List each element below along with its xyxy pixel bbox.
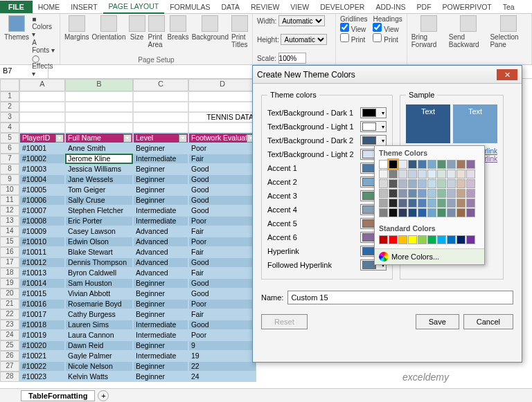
filter-dropdown-icon[interactable]: ▾ [123,134,132,143]
color-swatch[interactable] [447,179,456,188]
cell[interactable]: #10001 [19,143,65,154]
color-swatch[interactable] [447,189,456,198]
cell[interactable]: Good [188,164,256,174]
cell[interactable]: Kelvin Watts [65,372,133,382]
cell[interactable]: Advanced [133,226,188,237]
tab-pdf[interactable]: PDF [411,1,437,13]
table-header[interactable]: Level▾ [133,133,188,143]
color-swatch[interactable] [466,199,475,208]
cell[interactable]: Blake Stewart [65,247,133,257]
cell[interactable] [65,102,133,112]
color-swatch[interactable] [408,199,417,208]
cell[interactable]: Cathy Burgess [65,309,133,320]
color-swatch[interactable] [427,208,436,217]
row-header[interactable]: 9 [0,174,19,185]
tab-home[interactable]: HOME [33,1,66,13]
row-header[interactable]: 21 [0,299,19,309]
cell[interactable]: #10022 [19,361,65,372]
cell[interactable] [19,91,65,102]
color-swatch[interactable] [437,208,446,217]
cell[interactable]: Beginner [133,195,188,205]
cell[interactable]: Advanced [133,247,188,257]
cell[interactable]: #10008 [19,216,65,226]
cell[interactable]: Lauren Sims [65,320,133,330]
cell[interactable]: Intermediate [133,351,188,361]
color-swatch[interactable] [427,160,436,169]
color-swatch[interactable] [456,189,466,198]
row-header[interactable]: 12 [0,205,19,216]
print-titles-button[interactable]: Print Titles [231,15,248,48]
tab-developer[interactable]: DEVELOPER [314,1,370,13]
theme-name-input[interactable] [287,291,513,304]
color-swatch[interactable] [466,189,475,198]
row-header[interactable]: 28 [0,372,19,382]
cell[interactable]: Poor [188,330,256,340]
row-header[interactable]: 14 [0,226,19,237]
cell[interactable]: Dennis Thompson [65,257,133,268]
row-header[interactable]: 1 [0,91,19,102]
color-swatch[interactable] [456,170,466,179]
color-swatch[interactable] [427,235,436,244]
cell[interactable]: Intermediate [133,320,188,330]
send-backward-button[interactable]: Send Backward [449,15,488,48]
color-swatch[interactable] [456,208,466,217]
row-header[interactable]: 18 [0,268,19,278]
color-swatch[interactable] [389,170,398,179]
cell[interactable]: Intermediate [133,205,188,216]
cell[interactable]: #10011 [19,247,65,257]
cell[interactable]: Intermediate [133,154,188,164]
tab-extra[interactable]: Tea [497,1,520,13]
row-header[interactable]: 6 [0,143,19,154]
cell[interactable] [19,112,65,122]
size-button[interactable]: Size [129,15,145,41]
color-dropdown[interactable]: ▾ [360,121,387,132]
row-header[interactable]: 24 [0,330,19,340]
headings-print-check[interactable]: Print [373,33,402,44]
filter-dropdown-icon[interactable]: ▾ [179,134,187,143]
cell[interactable] [133,102,188,112]
color-swatch[interactable] [389,179,398,188]
tab-insert[interactable]: INSERT [65,1,103,13]
cell[interactable]: #10002 [19,154,65,164]
color-swatch[interactable] [466,179,475,188]
more-colors-button[interactable]: More Colors... [375,248,484,264]
color-swatch[interactable] [447,235,456,244]
color-swatch[interactable] [456,199,466,208]
cell[interactable] [133,122,188,133]
color-swatch[interactable] [466,160,475,169]
cell[interactable]: #10007 [19,205,65,216]
col-header-b[interactable]: B [65,79,133,91]
cell[interactable]: #10006 [19,195,65,205]
cell[interactable]: Good [188,257,256,268]
scale-input[interactable] [278,53,306,64]
row-header[interactable]: 2 [0,102,19,112]
row-header[interactable]: 5 [0,133,19,143]
color-swatch[interactable] [398,160,407,169]
sheet-tab[interactable]: TableFormatting [21,390,95,401]
color-swatch[interactable] [466,208,475,217]
cell[interactable]: Good [188,174,256,185]
row-header[interactable]: 17 [0,257,19,268]
color-swatch[interactable] [398,189,407,198]
cell[interactable] [188,91,256,102]
cell[interactable]: #10010 [19,237,65,247]
cell[interactable]: Gayle Palmer [65,351,133,361]
cell[interactable]: Intermediate [133,330,188,340]
row-header[interactable]: 11 [0,195,19,205]
print-area-button[interactable]: Print Area [148,15,165,48]
gridlines-print-check[interactable]: Print [340,33,367,44]
cell[interactable]: TENNIS DATA [188,112,256,122]
cell[interactable]: Beginner [133,278,188,289]
cell[interactable]: 22 [188,361,256,372]
cell[interactable]: Beginner [133,361,188,372]
selection-pane-button[interactable]: Selection Pane [490,15,527,48]
color-swatch[interactable] [466,170,475,179]
cell[interactable]: Jane Wessels [65,174,133,185]
color-swatch[interactable] [437,179,446,188]
color-swatch[interactable] [389,208,398,217]
row-header[interactable]: 10 [0,185,19,195]
color-swatch[interactable] [418,208,427,217]
headings-view-check[interactable]: View [373,23,402,33]
row-header[interactable]: 27 [0,361,19,372]
color-swatch[interactable] [408,179,417,188]
